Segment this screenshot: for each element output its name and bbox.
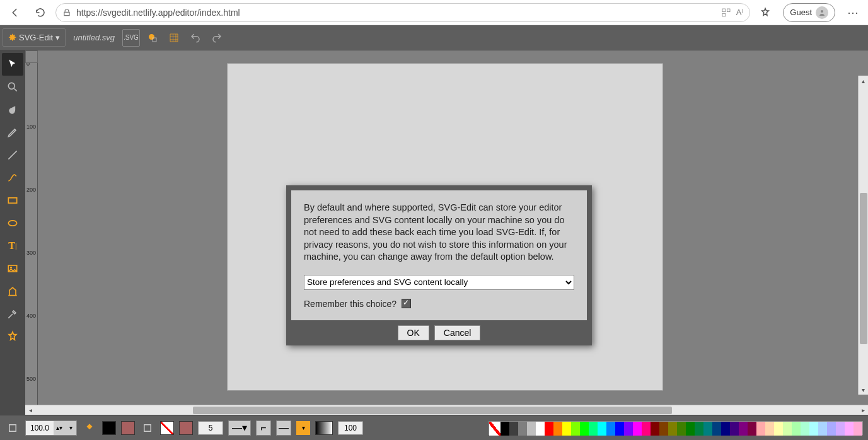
zoom-stepper[interactable]: ▴▾ [54, 421, 65, 435]
palette-color[interactable] [721, 422, 730, 436]
redo-button[interactable] [208, 29, 226, 47]
zoom-tool[interactable] [2, 76, 23, 98]
ok-button[interactable]: OK [398, 325, 429, 340]
zoom-dropdown[interactable]: ▾ [65, 421, 76, 435]
zoom-input[interactable] [26, 421, 54, 435]
main-menu-button[interactable]: ✸ SVG-Edit ▾ [3, 28, 66, 47]
palette-color[interactable] [624, 422, 633, 436]
favorites-icon[interactable] [755, 3, 775, 23]
palette-color[interactable] [809, 422, 818, 436]
filename-label[interactable]: untitled.svg [69, 33, 119, 42]
palette-color[interactable] [695, 422, 703, 436]
palette-none[interactable] [489, 422, 501, 436]
logo-icon: ✸ [8, 32, 16, 43]
linejoin-dropdown[interactable]: ⌐ [256, 420, 271, 436]
palette-color[interactable] [854, 422, 862, 436]
stroke-swatch[interactable] [160, 421, 174, 435]
palette-color[interactable] [818, 422, 827, 436]
palette-color[interactable] [774, 422, 783, 436]
stroke-swatch-alt[interactable] [179, 421, 193, 435]
qr-icon[interactable] [721, 8, 731, 18]
palette-color[interactable] [765, 422, 774, 436]
palette-color[interactable] [527, 422, 536, 436]
palette-color[interactable] [571, 422, 580, 436]
undo-button[interactable] [187, 29, 204, 47]
edit-source-button[interactable]: .SVG [122, 29, 140, 47]
storage-select[interactable]: Store preferences and SVG content locall… [304, 275, 574, 290]
layers-button[interactable]: ▾ [296, 421, 310, 435]
palette-color[interactable] [642, 422, 651, 436]
palette-color[interactable] [668, 422, 677, 436]
palette-color[interactable] [615, 422, 624, 436]
opacity-swatch[interactable] [315, 421, 333, 435]
scroll-v-thumb[interactable] [860, 193, 867, 344]
zoom-control[interactable]: ▴▾ ▾ [25, 420, 77, 436]
palette-color[interactable] [651, 422, 659, 436]
wireframe-button[interactable] [144, 29, 161, 47]
pencil-tool[interactable] [2, 121, 23, 144]
palette-color[interactable] [801, 422, 809, 436]
address-bar[interactable]: https://svgedit.netlify.app/editor/index… [55, 3, 750, 22]
scroll-down-arrow[interactable]: ▾ [859, 385, 869, 395]
fit-canvas-button[interactable] [5, 420, 20, 436]
eyedropper-tool[interactable] [2, 303, 23, 325]
image-tool[interactable] [2, 257, 23, 280]
linecap-dropdown[interactable]: — [276, 420, 291, 436]
rect-tool[interactable] [2, 189, 23, 212]
palette-color[interactable] [518, 422, 527, 436]
cancel-button[interactable]: Cancel [434, 325, 481, 340]
palette-color[interactable] [677, 422, 686, 436]
palette-color[interactable] [545, 422, 553, 436]
star-tool[interactable] [2, 325, 23, 348]
url-text: https://svgedit.netlify.app/editor/index… [76, 8, 716, 18]
stroke-width-input[interactable] [198, 421, 223, 435]
pan-tool[interactable] [2, 98, 23, 121]
palette-color[interactable] [748, 422, 756, 436]
palette-color[interactable] [730, 422, 739, 436]
palette-color[interactable] [659, 422, 668, 436]
scrollbar-vertical[interactable]: ▴ ▾ [858, 76, 868, 395]
profile-button[interactable]: Guest [783, 3, 835, 22]
scrollbar-horizontal[interactable]: ◂ ▸ [25, 405, 868, 415]
scroll-left-arrow[interactable]: ◂ [25, 405, 35, 415]
palette-color[interactable] [792, 422, 801, 436]
stroke-style-dropdown[interactable]: —▾ [228, 420, 251, 436]
remember-checkbox[interactable] [402, 299, 411, 308]
palette-color[interactable] [589, 422, 598, 436]
palette-color[interactable] [562, 422, 571, 436]
text-tool[interactable]: T| [2, 234, 23, 257]
shapelib-tool[interactable] [2, 280, 23, 303]
ellipse-tool[interactable] [2, 212, 23, 234]
fill-swatch-alt[interactable] [121, 421, 135, 435]
palette-color[interactable] [827, 422, 836, 436]
palette-color[interactable] [836, 422, 845, 436]
scroll-up-arrow[interactable]: ▴ [859, 76, 869, 86]
palette-color[interactable] [598, 422, 606, 436]
palette-color[interactable] [501, 422, 509, 436]
scroll-right-arrow[interactable]: ▸ [858, 405, 868, 415]
palette-color[interactable] [553, 422, 562, 436]
back-button[interactable] [5, 3, 25, 23]
palette-color[interactable] [686, 422, 695, 436]
fill-swatch[interactable] [102, 421, 116, 435]
select-tool[interactable] [2, 53, 23, 76]
refresh-button[interactable] [30, 3, 50, 23]
show-grid-button[interactable] [165, 29, 183, 47]
palette-color[interactable] [703, 422, 712, 436]
palette-color[interactable] [739, 422, 748, 436]
palette-color[interactable] [756, 422, 765, 436]
opacity-input[interactable] [338, 421, 363, 435]
palette-color[interactable] [783, 422, 792, 436]
palette-color[interactable] [536, 422, 545, 436]
scroll-h-thumb[interactable] [193, 407, 672, 414]
palette-color[interactable] [633, 422, 642, 436]
palette-color[interactable] [509, 422, 518, 436]
path-tool[interactable] [2, 166, 23, 189]
read-aloud-icon[interactable]: A⁾ [736, 8, 744, 17]
line-tool[interactable] [2, 144, 23, 166]
more-button[interactable]: ⋯ [843, 3, 863, 23]
palette-color[interactable] [845, 422, 854, 436]
palette-color[interactable] [606, 422, 615, 436]
palette-color[interactable] [712, 422, 721, 436]
palette-color[interactable] [580, 422, 589, 436]
